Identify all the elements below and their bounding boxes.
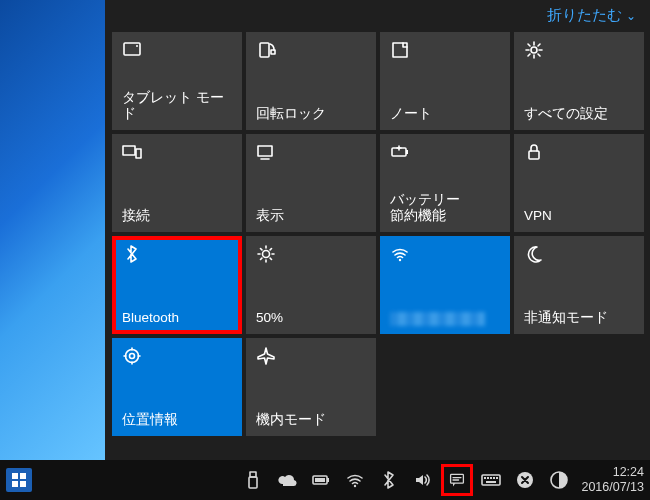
wifi-ssid-redacted bbox=[390, 312, 485, 326]
tile-label: 接続 bbox=[122, 208, 232, 224]
tile-label: 機内モード bbox=[256, 412, 366, 428]
rotation-lock-icon bbox=[256, 40, 366, 60]
settings-icon bbox=[524, 40, 634, 60]
tile-connect[interactable]: 接続 bbox=[112, 134, 242, 232]
svg-point-25 bbox=[354, 485, 356, 487]
usb-icon[interactable] bbox=[243, 470, 263, 490]
tile-battery-saver[interactable]: バッテリー 節約機能 bbox=[380, 134, 510, 232]
connect-icon bbox=[122, 142, 232, 162]
svg-rect-32 bbox=[496, 477, 498, 479]
clock-time: 12:24 bbox=[581, 465, 644, 480]
brightness-icon bbox=[256, 244, 366, 264]
desktop-wallpaper bbox=[0, 0, 105, 460]
svg-rect-8 bbox=[258, 146, 272, 156]
tile-bluetooth[interactable]: Bluetooth bbox=[112, 236, 242, 334]
tile-all-settings[interactable]: すべての設定 bbox=[514, 32, 644, 130]
taskbar: 12:24 2016/07/13 bbox=[0, 460, 650, 500]
svg-rect-33 bbox=[486, 481, 496, 483]
collapse-label: 折りたたむ bbox=[547, 6, 622, 25]
svg-point-13 bbox=[399, 259, 401, 261]
svg-rect-19 bbox=[20, 481, 26, 487]
svg-rect-0 bbox=[124, 43, 140, 55]
chevron-down-icon: ⌄ bbox=[626, 9, 636, 23]
collapse-button[interactable]: 折りたたむ ⌄ bbox=[547, 6, 636, 25]
svg-rect-7 bbox=[136, 149, 141, 158]
tile-wifi[interactable] bbox=[380, 236, 510, 334]
system-tray bbox=[243, 470, 573, 490]
tile-brightness[interactable]: 50% bbox=[246, 236, 376, 334]
svg-rect-24 bbox=[315, 478, 325, 482]
tile-quiet-hours[interactable]: 非通知モード bbox=[514, 236, 644, 334]
vpn-icon bbox=[524, 142, 634, 162]
svg-rect-28 bbox=[484, 477, 486, 479]
clock-date: 2016/07/13 bbox=[581, 480, 644, 495]
tile-label: 回転ロック bbox=[256, 106, 366, 122]
close-icon[interactable] bbox=[515, 470, 535, 490]
tile-label: 50% bbox=[256, 310, 366, 326]
svg-rect-27 bbox=[482, 475, 500, 485]
svg-rect-10 bbox=[406, 150, 408, 154]
bluetooth-icon[interactable] bbox=[379, 470, 399, 490]
svg-point-12 bbox=[263, 251, 270, 258]
tile-label: タブレット モード bbox=[122, 90, 232, 122]
svg-rect-29 bbox=[487, 477, 489, 479]
location-icon bbox=[122, 346, 232, 366]
note-icon bbox=[390, 40, 500, 60]
tile-location[interactable]: 位置情報 bbox=[112, 338, 242, 436]
action-center-icon[interactable] bbox=[447, 470, 467, 490]
taskbar-clock[interactable]: 12:24 2016/07/13 bbox=[573, 465, 644, 495]
wifi-icon bbox=[390, 244, 500, 264]
start-button[interactable] bbox=[6, 468, 32, 492]
svg-rect-18 bbox=[12, 481, 18, 487]
volume-icon[interactable] bbox=[413, 470, 433, 490]
tile-note[interactable]: ノート bbox=[380, 32, 510, 130]
tablet-icon bbox=[122, 40, 232, 60]
svg-rect-3 bbox=[271, 50, 275, 54]
svg-point-5 bbox=[531, 47, 537, 53]
tile-vpn[interactable]: VPN bbox=[514, 134, 644, 232]
svg-point-1 bbox=[136, 45, 138, 47]
contrast-icon[interactable] bbox=[549, 470, 569, 490]
tile-label: ノート bbox=[390, 106, 500, 122]
svg-rect-17 bbox=[20, 473, 26, 479]
onedrive-icon[interactable] bbox=[277, 470, 297, 490]
svg-rect-16 bbox=[12, 473, 18, 479]
tile-label: VPN bbox=[524, 208, 634, 224]
project-icon bbox=[256, 142, 366, 162]
keyboard-icon[interactable] bbox=[481, 470, 501, 490]
battery-icon[interactable] bbox=[311, 470, 331, 490]
svg-rect-4 bbox=[393, 43, 407, 57]
svg-rect-26 bbox=[451, 474, 464, 483]
svg-rect-2 bbox=[260, 43, 269, 57]
tile-label: バッテリー 節約機能 bbox=[390, 192, 500, 224]
bluetooth-icon bbox=[122, 244, 232, 264]
moon-icon bbox=[524, 244, 634, 264]
tile-airplane[interactable]: 機内モード bbox=[246, 338, 376, 436]
battery-saver-icon bbox=[390, 142, 500, 162]
svg-rect-30 bbox=[490, 477, 492, 479]
wifi-icon[interactable] bbox=[345, 470, 365, 490]
svg-rect-6 bbox=[123, 146, 135, 155]
tile-rotation-lock[interactable]: 回転ロック bbox=[246, 32, 376, 130]
svg-rect-21 bbox=[249, 477, 257, 488]
svg-rect-31 bbox=[493, 477, 495, 479]
action-center-panel: 折りたたむ ⌄ タブレット モード回転ロックノートすべての設定接続表示バッテリー… bbox=[105, 0, 650, 460]
tile-project[interactable]: 表示 bbox=[246, 134, 376, 232]
tile-label: 非通知モード bbox=[524, 310, 634, 326]
svg-rect-23 bbox=[327, 478, 329, 482]
tile-label: Bluetooth bbox=[122, 310, 232, 326]
tile-label: すべての設定 bbox=[524, 106, 634, 122]
tile-tablet-mode[interactable]: タブレット モード bbox=[112, 32, 242, 130]
svg-point-14 bbox=[130, 354, 135, 359]
quick-actions-grid: タブレット モード回転ロックノートすべての設定接続表示バッテリー 節約機能VPN… bbox=[112, 32, 644, 436]
tile-label: 位置情報 bbox=[122, 412, 232, 428]
tile-label: 表示 bbox=[256, 208, 366, 224]
airplane-icon bbox=[256, 346, 366, 366]
svg-rect-11 bbox=[529, 151, 539, 159]
svg-point-15 bbox=[126, 350, 139, 363]
